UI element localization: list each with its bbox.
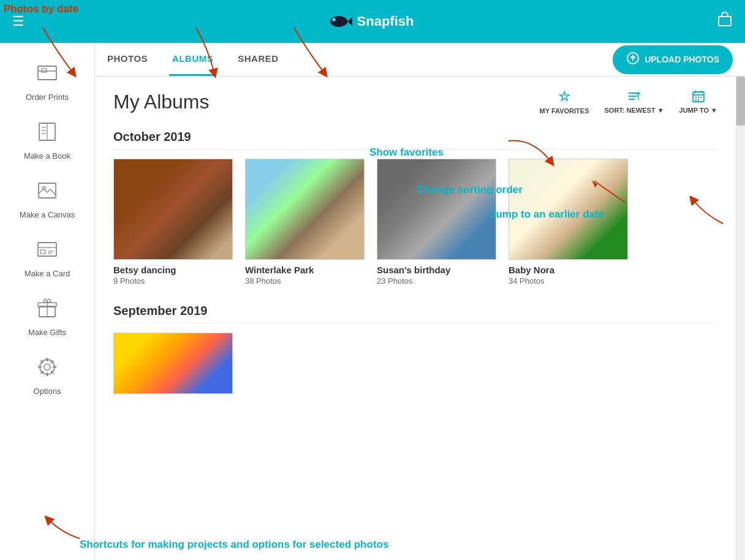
options-icon: [36, 355, 59, 383]
album-item-winterlake[interactable]: Winterlake Park 38 Photos: [245, 159, 365, 286]
album-count-betsy: 9 Photos: [113, 276, 233, 286]
snapfish-logo-icon: [328, 13, 352, 30]
nav-tabs: PHOTOS ALBUMS SHARED: [104, 43, 282, 76]
calendar-icon: [692, 89, 705, 104]
scrollbar-track[interactable]: [736, 77, 745, 560]
album-grid-september: [113, 333, 717, 394]
svg-rect-7: [42, 69, 47, 72]
upload-photos-button[interactable]: UPLOAD PHOTOS: [613, 45, 733, 74]
sidebar-item-make-card[interactable]: Make a Card: [0, 232, 94, 284]
sidebar: Order Prints Make a Book Make a Canvas M…: [0, 43, 95, 560]
album-item-betsy[interactable]: Betsy dancing 9 Photos: [113, 159, 233, 286]
favorites-label: MY FAVORITES: [540, 107, 589, 115]
upload-button-label: UPLOAD PHOTOS: [645, 55, 719, 64]
sidebar-item-options[interactable]: Options: [0, 349, 94, 402]
tab-photos[interactable]: PHOTOS: [104, 43, 151, 76]
album-item-susan[interactable]: Susan's birthday 23 Photos: [377, 159, 496, 286]
upload-icon: [626, 51, 640, 68]
tab-shared[interactable]: SHARED: [235, 43, 281, 76]
album-item-nora[interactable]: Baby Nora 34 Photos: [509, 159, 628, 286]
jumpto-label: JUMP TO ▼: [679, 107, 717, 114]
album-name-betsy: Betsy dancing: [113, 265, 233, 275]
sort-icon: [627, 89, 641, 104]
albums-controls: ☆ MY FAVORITES SORT: NEWEST ▼: [540, 89, 717, 115]
tab-albums[interactable]: ALBUMS: [169, 43, 216, 76]
album-thumb-susan: [377, 159, 496, 260]
album-grid-october: Betsy dancing 9 Photos Winterlake Park 3…: [113, 159, 717, 286]
svg-rect-6: [38, 66, 56, 80]
svg-point-24: [44, 364, 50, 370]
album-item-sept[interactable]: [113, 333, 233, 394]
sort-button[interactable]: SORT: NEWEST ▼: [604, 89, 664, 114]
sidebar-label-prints: Order Prints: [26, 93, 69, 102]
star-icon: ☆: [558, 89, 570, 105]
cart-icon[interactable]: [717, 12, 733, 31]
album-count-susan: 23 Photos: [377, 276, 496, 286]
gifts-icon: [36, 297, 59, 324]
sidebar-item-order-prints[interactable]: Order Prints: [0, 55, 94, 108]
main-content: My Albums ☆ MY FAVORITES SORT: NEWEST ▼: [95, 77, 736, 560]
nav-bar: PHOTOS ALBUMS SHARED UPLOAD PHOTOS: [0, 43, 745, 77]
sidebar-item-make-gifts[interactable]: Make Gifts: [0, 290, 94, 343]
svg-point-3: [333, 19, 335, 21]
card-icon: [36, 238, 59, 265]
page-title: My Albums: [113, 91, 209, 113]
date-heading-october: October 2019: [113, 130, 717, 149]
date-section-october: October 2019 Betsy dancing 9 Photos Wint…: [113, 130, 717, 286]
canvas-icon: [36, 179, 59, 206]
sidebar-item-make-canvas[interactable]: Make a Canvas: [0, 173, 94, 225]
scrollbar-thumb[interactable]: [736, 77, 745, 126]
logo: Snapfish: [328, 13, 414, 30]
album-count-winterlake: 38 Photos: [245, 276, 365, 286]
svg-rect-17: [40, 250, 45, 254]
album-name-nora: Baby Nora: [509, 265, 628, 275]
prints-icon: [36, 61, 59, 89]
date-heading-september: September 2019: [113, 304, 717, 324]
album-name-winterlake: Winterlake Park: [245, 265, 365, 275]
sidebar-label-options: Options: [34, 387, 61, 396]
logo-text: Snapfish: [357, 13, 414, 29]
jump-to-button[interactable]: JUMP TO ▼: [679, 89, 717, 114]
albums-header: My Albums ☆ MY FAVORITES SORT: NEWEST ▼: [113, 89, 717, 115]
svg-point-0: [330, 16, 347, 27]
menu-icon[interactable]: ☰: [12, 13, 25, 29]
album-count-nora: 34 Photos: [509, 276, 628, 286]
sidebar-item-make-book[interactable]: Make a Book: [0, 114, 94, 167]
album-thumb-betsy: [113, 159, 233, 260]
svg-rect-15: [38, 243, 56, 256]
sort-label: SORT: NEWEST ▼: [604, 107, 664, 114]
album-thumb-winterlake: [245, 159, 365, 260]
album-thumb-sept: [113, 333, 233, 394]
album-name-susan: Susan's birthday: [377, 265, 496, 275]
header: ☰ Snapfish: [0, 0, 745, 43]
svg-marker-1: [347, 17, 352, 26]
sidebar-label-gifts: Make Gifts: [28, 328, 66, 337]
book-icon: [36, 120, 59, 148]
sidebar-label-book: Make a Book: [24, 151, 70, 161]
svg-rect-4: [719, 17, 731, 26]
my-favorites-button[interactable]: ☆ MY FAVORITES: [540, 89, 589, 115]
date-section-september: September 2019: [113, 304, 717, 394]
sidebar-label-card: Make a Card: [25, 269, 70, 278]
sidebar-label-canvas: Make a Canvas: [20, 210, 75, 219]
album-thumb-nora: [509, 159, 628, 260]
